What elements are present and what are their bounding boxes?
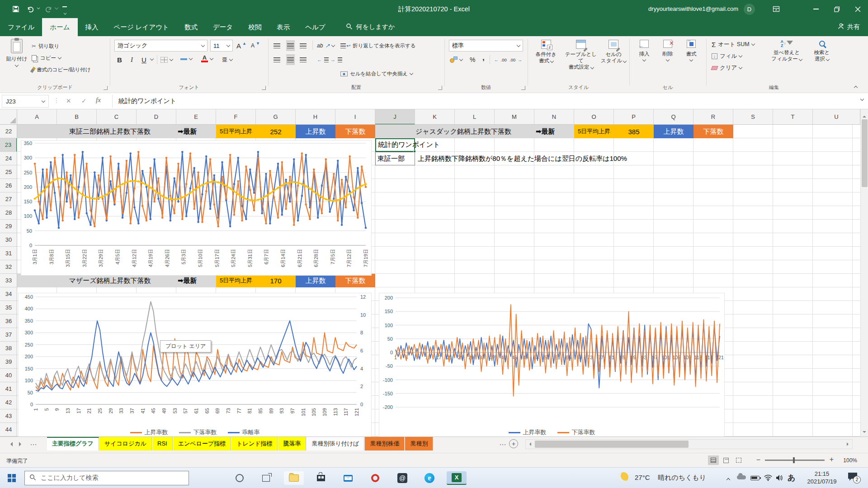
band-jasdaq-up[interactable]: 上昇数 [654,125,693,138]
row-header[interactable]: 30 [0,233,17,247]
undo-icon[interactable] [25,4,35,14]
row-header[interactable]: 22 [0,125,17,138]
clear-button[interactable]: クリア [712,62,742,73]
start-button[interactable] [2,471,22,485]
orientation-button[interactable]: ab↗ [317,40,335,51]
column-header[interactable]: F [216,109,256,125]
row-header[interactable]: 35 [0,301,17,314]
align-right-icon[interactable] [300,54,307,65]
alignment-dialog-launcher-icon[interactable] [438,86,442,90]
weather-temp[interactable]: 27°C [635,474,650,481]
bold-button[interactable]: B [117,54,122,65]
taskbar-search[interactable]: ここに入力して検索 [24,471,189,485]
ruby-button[interactable]: 亜 [222,54,232,65]
ribbon-tab-ヘルプ[interactable]: ヘルプ [297,18,333,36]
legend-item[interactable]: 乖離率 [228,428,260,436]
fill-color-button[interactable] [180,53,192,64]
page-break-view-icon[interactable] [733,455,744,465]
accounting-format-button[interactable] [450,54,462,65]
ribbon-tab-校閲[interactable]: 校閲 [241,18,269,36]
tray-overflow-icon[interactable] [726,478,730,482]
cell-styles-button[interactable]: セルの スタイル [600,40,627,64]
conditional-formatting-button[interactable]: ≠ 条件付き 書式 [530,40,562,64]
number-dialog-launcher-icon[interactable] [521,86,525,90]
paste-button[interactable]: 貼り付け [5,39,29,66]
cortana-icon[interactable] [230,471,250,485]
cancel-entry-icon[interactable]: ✕ [66,97,71,104]
vertical-scroll-thumb[interactable] [862,119,868,187]
column-header[interactable]: P [614,109,654,125]
increase-decimal-button[interactable]: ←.00 [494,54,507,65]
selected-cell-j23[interactable]: 統計的ワンポイント [375,138,415,152]
task-view-icon[interactable] [256,471,276,485]
sheet-nav-ellipsis[interactable]: … [30,439,37,447]
row-header[interactable]: 37 [0,328,17,342]
band-mothers-avg-label[interactable]: 5日平均上昇 [216,274,256,287]
row-header[interactable]: 32 [0,260,17,274]
band-tosho2-avg-value[interactable]: 252 [256,125,296,138]
volume-icon[interactable] [776,474,783,483]
row-header[interactable]: 40 [0,369,17,382]
sheet-tab[interactable]: トレンド指標 [231,437,278,450]
font-dialog-launcher-icon[interactable] [262,86,266,90]
zoom-out-icon[interactable]: − [756,456,760,464]
ribbon-tab-表示[interactable]: 表示 [269,18,297,36]
ribbon-tab-ホーム[interactable]: ホーム [42,18,77,36]
chart-jasdaq[interactable]: 200150100500-50-100-150-2001591317212529… [379,293,725,436]
red-app-icon[interactable] [365,471,385,485]
number-format-select[interactable]: 標準 [449,40,523,52]
chart-tosho2[interactable]: 3503002502001501005003月1日3月8日3月15日3月22日3… [21,140,372,276]
borders-button[interactable] [160,54,173,65]
row-header[interactable]: 24 [0,152,17,165]
wrap-text-button[interactable]: ↩折り返して全体を表示する [340,40,416,51]
shrink-font-button[interactable]: A▼ [251,40,260,51]
row-header[interactable]: 36 [0,314,17,328]
column-header[interactable]: U [813,109,860,125]
row-header[interactable]: 38 [0,342,17,355]
account-avatar[interactable]: D [744,4,755,15]
align-top-icon[interactable] [274,40,280,51]
restore-button[interactable] [826,0,847,18]
sheet-tabs-overflow[interactable]: … [499,439,506,447]
band-jasdaq-avg-label[interactable]: 5日平均上昇 [574,125,614,138]
close-button[interactable] [847,0,868,18]
formula-bar-grip[interactable]: ⋮ [53,97,60,104]
row-header[interactable]: 44 [0,423,17,436]
decrease-decimal-button[interactable]: .00→ [509,54,522,65]
vertical-scrollbar[interactable] [860,109,868,436]
sheet-tab[interactable]: RSI [152,437,173,450]
fill-button[interactable]: ↓フィル [712,51,742,61]
file-explorer-icon[interactable] [284,471,304,485]
align-bottom-icon[interactable] [300,40,307,51]
row-header[interactable]: 33 [0,274,17,287]
notification-icon[interactable]: 2 [848,473,857,481]
redo-icon[interactable] [43,4,53,14]
underline-dropdown-icon[interactable] [150,57,154,61]
column-header[interactable]: O [574,109,614,125]
column-header[interactable]: S [733,109,773,125]
battery-icon[interactable] [750,476,760,480]
band-jasdaq-down[interactable]: 下落数 [693,125,733,138]
copy-button[interactable]: コピー [32,52,61,63]
sheet-nav-right-icon[interactable] [19,442,24,446]
delete-cells-button[interactable]: ✕ 削除 [657,40,678,61]
autosum-button[interactable]: Σオート SUM [712,39,755,50]
band-mothers-up[interactable]: 上昇数 [296,274,335,287]
ribbon-display-options-icon[interactable] [771,4,781,14]
sheet-tab[interactable]: サイコロジカル [99,437,152,450]
row-header[interactable]: 28 [0,206,17,220]
zoom-slider-thumb[interactable] [793,457,795,463]
column-header[interactable]: M [495,109,534,125]
legend-item[interactable]: 下落率数 [557,428,595,436]
hscroll-right-icon[interactable] [847,442,850,446]
align-center-icon[interactable] [286,54,295,65]
font-color-button[interactable]: A [201,53,213,64]
tab-file[interactable]: ファイル [0,18,42,36]
weather-icon[interactable] [618,472,630,484]
cell-k24[interactable]: 上昇銘柄数下降銘柄数が80％を超えた場合には翌日の反転率は100% [418,152,627,165]
column-header[interactable]: N [534,109,574,125]
font-size-select[interactable]: 11 [210,40,233,52]
format-painter-button[interactable]: 書式のコピー/貼り付け [32,64,91,75]
column-header[interactable]: D [137,109,176,125]
edge-icon[interactable]: e [420,471,439,485]
